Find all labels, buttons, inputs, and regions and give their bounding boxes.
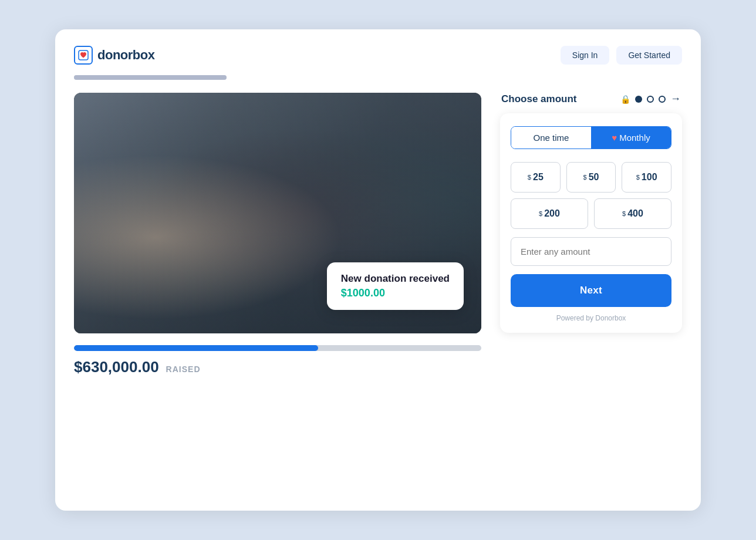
custom-amount-input[interactable] [511,237,671,266]
amount-button-25[interactable]: $25 [511,162,561,193]
donation-card: One time ♥Monthly $25 $50 $100 $200 $400 [500,113,682,333]
step-dot-1 [635,96,642,103]
heart-icon: ♥ [612,133,617,143]
amount-button-400[interactable]: $400 [594,198,671,229]
step-dot-3 [659,96,666,103]
powered-by: Powered by Donorbox [511,314,671,322]
amount-button-50[interactable]: $50 [566,162,616,193]
header-right: Sign In Get Started [561,46,682,65]
one-time-button[interactable]: One time [511,127,591,148]
next-step-arrow[interactable]: → [670,93,681,105]
notification-popup: New donation received $1000.00 [327,262,464,310]
notification-amount: $1000.00 [341,287,450,299]
amount-button-100[interactable]: $100 [622,162,671,193]
amount-grid-row1: $25 $50 $100 [511,162,671,193]
notification-title: New donation received [341,273,450,285]
raised-amount: $630,000.00 [74,358,159,376]
left-section: New donation received $1000.00 $630,000.… [74,93,481,376]
choose-amount-title: Choose amount [501,93,576,105]
choose-amount-header: Choose amount 🔒 → [500,93,682,105]
logo-icon [74,46,93,65]
main-content: New donation received $1000.00 $630,000.… [74,93,682,376]
step-indicators: 🔒 → [620,93,681,105]
top-progress-bar [74,75,227,80]
step-dot-2 [647,96,654,103]
lock-icon: 🔒 [620,95,630,104]
logo-text: donorbox [97,48,154,63]
main-card: donorbox Sign In Get Started New donatio… [55,29,701,511]
progress-bar-fill [74,345,318,351]
raised-info: $630,000.00 RAISED [74,358,481,376]
campaign-image-wrap: New donation received $1000.00 [74,93,481,333]
next-button[interactable]: Next [511,274,671,307]
amount-grid-row2: $200 $400 [511,198,671,229]
amount-button-200[interactable]: $200 [511,198,588,229]
sign-in-button[interactable]: Sign In [561,46,610,65]
get-started-button[interactable]: Get Started [616,46,682,65]
header: donorbox Sign In Get Started [74,46,682,65]
progress-bar-wrap [74,345,481,351]
top-progress-fill [74,75,227,80]
logo: donorbox [74,46,154,65]
frequency-toggle: One time ♥Monthly [511,126,671,149]
raised-label: RAISED [166,365,201,374]
progress-section: $630,000.00 RAISED [74,345,481,376]
donation-panel: Choose amount 🔒 → One time ♥Monthly [500,93,682,333]
monthly-button[interactable]: ♥Monthly [591,127,671,148]
